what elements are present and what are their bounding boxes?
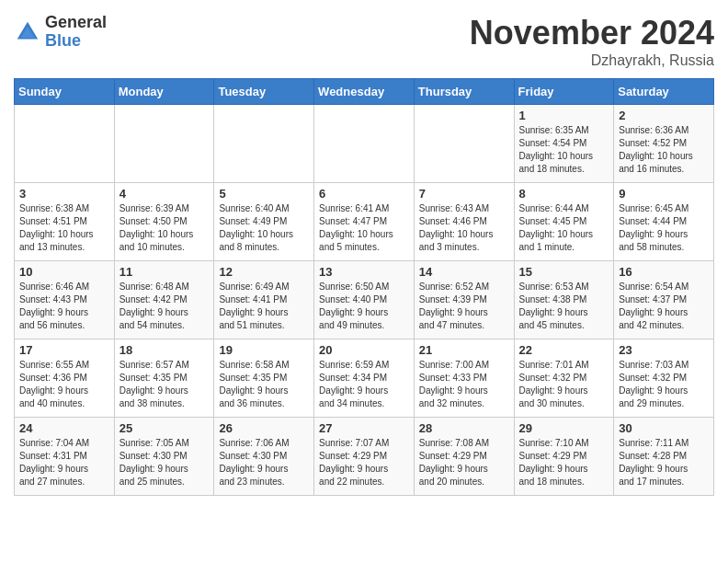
calendar-cell: 8Sunrise: 6:44 AM Sunset: 4:45 PM Daylig… — [514, 183, 614, 261]
day-info: Sunrise: 6:58 AM Sunset: 4:35 PM Dayligh… — [219, 359, 309, 410]
calendar-cell: 15Sunrise: 6:53 AM Sunset: 4:38 PM Dayli… — [514, 261, 614, 339]
day-info: Sunrise: 6:38 AM Sunset: 4:51 PM Dayligh… — [19, 202, 109, 254]
day-number: 9 — [619, 187, 709, 201]
day-info: Sunrise: 6:49 AM Sunset: 4:41 PM Dayligh… — [219, 281, 309, 332]
calendar-cell: 1Sunrise: 6:35 AM Sunset: 4:54 PM Daylig… — [514, 105, 614, 183]
day-number: 16 — [619, 265, 709, 279]
day-info: Sunrise: 6:55 AM Sunset: 4:36 PM Dayligh… — [19, 359, 109, 410]
day-info: Sunrise: 6:53 AM Sunset: 4:38 PM Dayligh… — [519, 281, 609, 332]
day-info: Sunrise: 6:43 AM Sunset: 4:46 PM Dayligh… — [419, 202, 509, 254]
day-info: Sunrise: 7:08 AM Sunset: 4:29 PM Dayligh… — [419, 437, 509, 488]
calendar-cell: 6Sunrise: 6:41 AM Sunset: 4:47 PM Daylig… — [314, 183, 415, 261]
day-info: Sunrise: 7:06 AM Sunset: 4:30 PM Dayligh… — [219, 437, 309, 488]
calendar-week-2: 3Sunrise: 6:38 AM Sunset: 4:51 PM Daylig… — [15, 183, 714, 261]
calendar-week-4: 17Sunrise: 6:55 AM Sunset: 4:36 PM Dayli… — [15, 339, 714, 418]
calendar-week-5: 24Sunrise: 7:04 AM Sunset: 4:31 PM Dayli… — [15, 418, 714, 496]
day-number: 10 — [19, 265, 109, 279]
calendar-cell — [15, 105, 115, 183]
logo: General Blue — [14, 14, 107, 51]
day-info: Sunrise: 6:54 AM Sunset: 4:37 PM Dayligh… — [619, 281, 709, 332]
day-number: 18 — [119, 343, 210, 357]
calendar-cell: 12Sunrise: 6:49 AM Sunset: 4:41 PM Dayli… — [214, 261, 314, 339]
day-number: 15 — [519, 265, 609, 279]
calendar-cell — [214, 105, 314, 183]
day-info: Sunrise: 6:59 AM Sunset: 4:34 PM Dayligh… — [319, 359, 409, 410]
day-number: 5 — [219, 187, 309, 201]
day-number: 30 — [619, 421, 709, 435]
logo-general: General — [45, 14, 107, 32]
day-number: 4 — [119, 187, 210, 201]
day-info: Sunrise: 6:46 AM Sunset: 4:43 PM Dayligh… — [19, 281, 109, 332]
day-info: Sunrise: 6:35 AM Sunset: 4:54 PM Dayligh… — [519, 124, 609, 176]
location: Dzhayrakh, Russia — [470, 52, 714, 69]
day-info: Sunrise: 7:04 AM Sunset: 4:31 PM Dayligh… — [19, 437, 109, 488]
calendar-cell: 26Sunrise: 7:06 AM Sunset: 4:30 PM Dayli… — [214, 418, 314, 496]
logo-text: General Blue — [45, 14, 107, 51]
month-title: November 2024 — [470, 14, 714, 52]
day-info: Sunrise: 7:11 AM Sunset: 4:28 PM Dayligh… — [619, 437, 709, 488]
calendar-cell — [414, 105, 514, 183]
day-info: Sunrise: 7:10 AM Sunset: 4:29 PM Dayligh… — [519, 437, 609, 488]
calendar-cell: 14Sunrise: 6:52 AM Sunset: 4:39 PM Dayli… — [414, 261, 514, 339]
day-number: 23 — [619, 343, 709, 357]
calendar-cell: 11Sunrise: 6:48 AM Sunset: 4:42 PM Dayli… — [114, 261, 214, 339]
calendar-cell: 2Sunrise: 6:36 AM Sunset: 4:52 PM Daylig… — [614, 105, 714, 183]
calendar-cell: 22Sunrise: 7:01 AM Sunset: 4:32 PM Dayli… — [514, 339, 614, 418]
day-number: 12 — [219, 265, 309, 279]
calendar-cell: 23Sunrise: 7:03 AM Sunset: 4:32 PM Dayli… — [614, 339, 714, 418]
calendar-week-1: 1Sunrise: 6:35 AM Sunset: 4:54 PM Daylig… — [15, 105, 714, 183]
day-number: 24 — [19, 421, 109, 435]
day-number: 22 — [519, 343, 609, 357]
header-thursday: Thursday — [414, 79, 514, 105]
calendar-cell: 28Sunrise: 7:08 AM Sunset: 4:29 PM Dayli… — [414, 418, 514, 496]
day-number: 7 — [419, 187, 509, 201]
header-monday: Monday — [114, 79, 214, 105]
header-sunday: Sunday — [15, 79, 115, 105]
day-info: Sunrise: 6:52 AM Sunset: 4:39 PM Dayligh… — [419, 281, 509, 332]
calendar-cell: 19Sunrise: 6:58 AM Sunset: 4:35 PM Dayli… — [214, 339, 314, 418]
calendar-cell: 16Sunrise: 6:54 AM Sunset: 4:37 PM Dayli… — [614, 261, 714, 339]
calendar-cell: 29Sunrise: 7:10 AM Sunset: 4:29 PM Dayli… — [514, 418, 614, 496]
day-info: Sunrise: 6:45 AM Sunset: 4:44 PM Dayligh… — [619, 202, 709, 254]
title-block: November 2024 Dzhayrakh, Russia — [470, 14, 714, 69]
day-info: Sunrise: 7:03 AM Sunset: 4:32 PM Dayligh… — [619, 359, 709, 410]
header-tuesday: Tuesday — [214, 79, 314, 105]
day-info: Sunrise: 6:44 AM Sunset: 4:45 PM Dayligh… — [519, 202, 609, 254]
day-info: Sunrise: 6:50 AM Sunset: 4:40 PM Dayligh… — [319, 281, 409, 332]
day-number: 29 — [519, 421, 609, 435]
day-info: Sunrise: 7:00 AM Sunset: 4:33 PM Dayligh… — [419, 359, 509, 410]
calendar-table: SundayMondayTuesdayWednesdayThursdayFrid… — [14, 78, 714, 496]
calendar-cell: 7Sunrise: 6:43 AM Sunset: 4:46 PM Daylig… — [414, 183, 514, 261]
calendar-header-row: SundayMondayTuesdayWednesdayThursdayFrid… — [15, 79, 714, 105]
day-number: 27 — [319, 421, 409, 435]
day-number: 8 — [519, 187, 609, 201]
calendar-week-3: 10Sunrise: 6:46 AM Sunset: 4:43 PM Dayli… — [15, 261, 714, 339]
day-info: Sunrise: 6:41 AM Sunset: 4:47 PM Dayligh… — [319, 202, 409, 254]
day-number: 14 — [419, 265, 509, 279]
day-info: Sunrise: 6:48 AM Sunset: 4:42 PM Dayligh… — [119, 281, 210, 332]
calendar-cell: 13Sunrise: 6:50 AM Sunset: 4:40 PM Dayli… — [314, 261, 415, 339]
day-number: 28 — [419, 421, 509, 435]
day-info: Sunrise: 7:01 AM Sunset: 4:32 PM Dayligh… — [519, 359, 609, 410]
day-number: 11 — [119, 265, 210, 279]
calendar-cell: 4Sunrise: 6:39 AM Sunset: 4:50 PM Daylig… — [114, 183, 214, 261]
day-number: 20 — [319, 343, 409, 357]
calendar-cell — [114, 105, 214, 183]
page-header: General Blue November 2024 Dzhayrakh, Ru… — [14, 14, 714, 69]
calendar-cell — [314, 105, 415, 183]
day-number: 19 — [219, 343, 309, 357]
day-number: 1 — [519, 109, 609, 122]
day-info: Sunrise: 6:40 AM Sunset: 4:49 PM Dayligh… — [219, 202, 309, 254]
header-friday: Friday — [514, 79, 614, 105]
calendar-cell: 3Sunrise: 6:38 AM Sunset: 4:51 PM Daylig… — [15, 183, 115, 261]
day-number: 3 — [19, 187, 109, 201]
calendar-cell: 17Sunrise: 6:55 AM Sunset: 4:36 PM Dayli… — [15, 339, 115, 418]
calendar-cell: 5Sunrise: 6:40 AM Sunset: 4:49 PM Daylig… — [214, 183, 314, 261]
day-info: Sunrise: 6:57 AM Sunset: 4:35 PM Dayligh… — [119, 359, 210, 410]
header-saturday: Saturday — [614, 79, 714, 105]
day-number: 6 — [319, 187, 409, 201]
logo-blue: Blue — [45, 32, 107, 51]
calendar-cell: 24Sunrise: 7:04 AM Sunset: 4:31 PM Dayli… — [15, 418, 115, 496]
logo-icon — [14, 18, 41, 46]
calendar-cell: 10Sunrise: 6:46 AM Sunset: 4:43 PM Dayli… — [15, 261, 115, 339]
